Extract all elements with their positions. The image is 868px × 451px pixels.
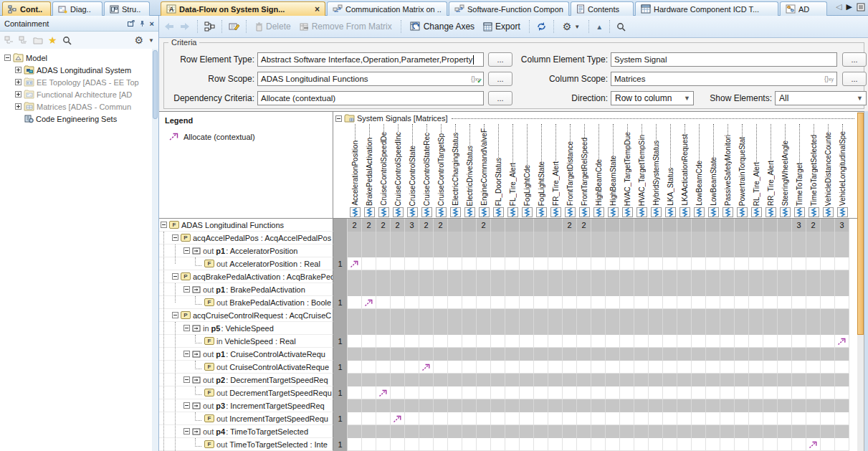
matrix-cell[interactable] [720, 245, 735, 257]
matrix-cell[interactable] [462, 438, 477, 451]
collapse-criteria-icon[interactable]: ▲ [596, 23, 603, 31]
matrix-cell[interactable] [749, 399, 763, 412]
matrix-cell[interactable] [677, 361, 692, 374]
matrix-cell[interactable] [792, 348, 806, 361]
matrix-cell[interactable] [491, 335, 505, 348]
matrix-column-HybridSystemStatus[interactable]: HybridSystemStatus [649, 124, 663, 219]
matrix-cell[interactable] [649, 335, 663, 348]
matrix-cell[interactable] [391, 245, 405, 257]
matrix-cell[interactable] [835, 386, 849, 399]
matrix-cell[interactable] [434, 232, 448, 245]
matrix-cell[interactable] [706, 425, 720, 438]
matrix-cell[interactable] [548, 232, 563, 245]
matrix-cell[interactable] [434, 296, 448, 309]
matrix-cell[interactable] [720, 438, 735, 451]
matrix-column-LowBeamCde[interactable]: LowBeamCde [692, 124, 706, 219]
matrix-cell[interactable] [462, 412, 477, 425]
matrix-cell[interactable] [677, 348, 692, 361]
matrix-cell[interactable] [706, 335, 720, 348]
matrix-cell[interactable] [706, 309, 720, 322]
matrix-cell[interactable] [534, 348, 548, 361]
matrix-cell[interactable] [649, 309, 663, 322]
matrix-cell[interactable] [749, 335, 763, 348]
matrix-cell[interactable] [620, 438, 634, 451]
matrix-cell[interactable] [434, 361, 448, 374]
matrix-cell[interactable] [634, 438, 649, 451]
matrix-column-LKA_Status[interactable]: LKA_Status [663, 124, 677, 219]
matrix-cell[interactable] [491, 283, 505, 296]
matrix-cell[interactable] [520, 374, 534, 386]
matrix-cell[interactable] [477, 399, 491, 412]
matrix-cell[interactable] [735, 399, 749, 412]
matrix-row-header[interactable]: FinVehicleSpeed : Real [159, 335, 333, 348]
matrix-cell[interactable] [419, 270, 434, 283]
matrix-cell[interactable] [563, 257, 577, 270]
matrix-cell[interactable] [649, 386, 663, 399]
matrix-column-EngineCommandValveF[interactable]: EngineCommandValveF [477, 124, 491, 219]
matrix-cell[interactable] [692, 335, 706, 348]
matrix-cell[interactable] [663, 335, 677, 348]
document-tab-2[interactable]: Software-Function Compon... [449, 1, 569, 16]
matrix-cell[interactable] [462, 425, 477, 438]
matrix-cell[interactable] [606, 386, 620, 399]
matrix-cell[interactable] [448, 335, 462, 348]
matrix-cell[interactable] [534, 361, 548, 374]
matrix-cell[interactable] [620, 361, 634, 374]
matrix-cell[interactable] [720, 232, 735, 245]
matrix-cell[interactable] [376, 257, 391, 270]
matrix-cell[interactable] [663, 322, 677, 335]
matrix-cell[interactable] [419, 438, 434, 451]
matrix-cell[interactable] [563, 348, 577, 361]
matrix-cell[interactable] [663, 245, 677, 257]
matrix-cell[interactable] [577, 399, 591, 412]
tree-item-model[interactable]: Model [0, 52, 152, 64]
matrix-cell[interactable] [405, 296, 419, 309]
matrix-cell[interactable] [792, 270, 806, 283]
matrix-cell[interactable] [534, 374, 548, 386]
matrix-cell[interactable] [792, 296, 806, 309]
matrix-cell[interactable] [534, 438, 548, 451]
matrix-cell[interactable] [706, 399, 720, 412]
matrix-cell[interactable] [534, 257, 548, 270]
matrix-cell[interactable] [778, 309, 792, 322]
matrix-cell[interactable] [505, 386, 520, 399]
tab-list-icon[interactable] [857, 3, 865, 11]
matrix-cell[interactable] [520, 322, 534, 335]
tree-item-code[interactable]: Code Engineering Sets [0, 113, 152, 125]
matrix-cell[interactable] [534, 412, 548, 425]
matrix-cell[interactable] [778, 374, 792, 386]
matrix-cell[interactable] [462, 257, 477, 270]
matrix-cell[interactable] [677, 335, 692, 348]
matrix-cell[interactable] [505, 257, 520, 270]
matrix-column-LKAActicationRequest[interactable]: LKAActicationRequest [677, 124, 692, 219]
matrix-cell[interactable] [763, 322, 778, 335]
matrix-cell[interactable] [505, 374, 520, 386]
column-scope-browse-button[interactable]: ... [842, 72, 867, 86]
matrix-cell[interactable] [634, 257, 649, 270]
matrix-cell[interactable] [505, 309, 520, 322]
matrix-cell[interactable] [706, 232, 720, 245]
matrix-cell[interactable] [376, 412, 391, 425]
matrix-cell[interactable] [778, 386, 792, 399]
matrix-cell[interactable] [778, 322, 792, 335]
direction-select[interactable]: Row to column▼ [611, 91, 694, 105]
matrix-cell[interactable] [706, 245, 720, 257]
matrix-cell[interactable] [362, 245, 376, 257]
matrix-cell[interactable] [405, 322, 419, 335]
show-elements-select[interactable]: All▼ [775, 91, 867, 105]
matrix-cell[interactable] [405, 270, 419, 283]
matrix-cell[interactable] [606, 361, 620, 374]
matrix-cell[interactable] [548, 270, 563, 283]
matrix-cell[interactable] [821, 348, 835, 361]
collapse-icon[interactable] [172, 273, 178, 280]
matrix-cell[interactable] [835, 322, 849, 335]
matrix-cell[interactable] [706, 270, 720, 283]
tree-item-functional[interactable]: Functional Architecture [AD [0, 88, 152, 100]
collapse-icon[interactable] [183, 351, 190, 357]
matrix-cell[interactable] [792, 335, 806, 348]
panel-tab-stru[interactable]: Stru.. [104, 1, 150, 16]
matrix-cell[interactable] [649, 257, 663, 270]
matrix-cell[interactable] [749, 296, 763, 309]
matrix-cell[interactable] [405, 283, 419, 296]
matrix-row-header[interactable]: FoutDecrementTargetSpeedRequ [159, 386, 333, 399]
